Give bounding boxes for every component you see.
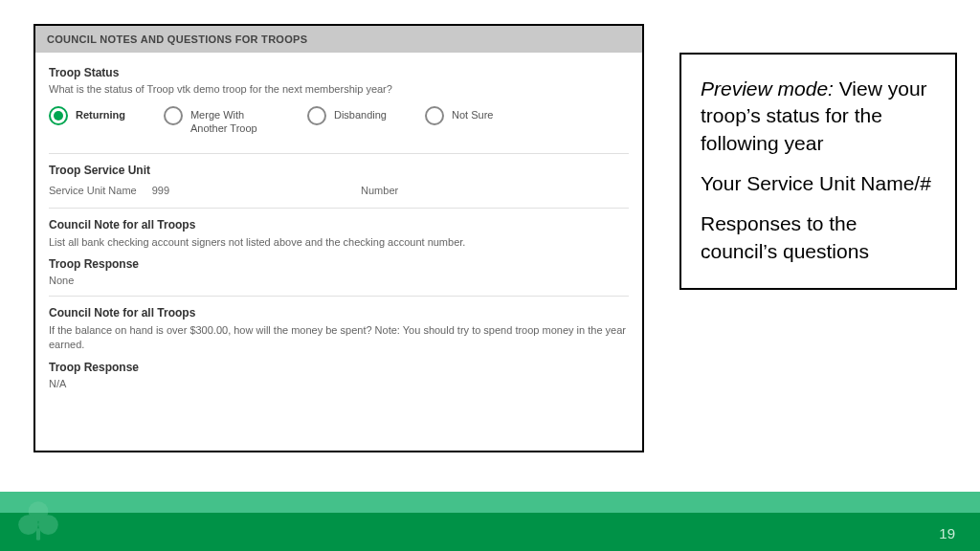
footer-bg bbox=[0, 492, 980, 551]
council-note1-text: List all bank checking account signers n… bbox=[49, 235, 629, 250]
council-note1-label: Council Note for all Troops bbox=[49, 218, 629, 231]
council-note2-label: Council Note for all Troops bbox=[49, 306, 629, 320]
radio-label: Disbanding bbox=[334, 106, 387, 121]
council-notes-panel: COUNCIL NOTES AND QUESTIONS FOR TROOPS T… bbox=[33, 24, 644, 452]
slide-footer: 19 bbox=[0, 492, 980, 551]
panel-header: COUNCIL NOTES AND QUESTIONS FOR TROOPS bbox=[35, 26, 642, 53]
council-note2-text: If the balance on hand is over $300.00, … bbox=[49, 323, 629, 353]
svg-rect-3 bbox=[36, 528, 40, 540]
radio-merge[interactable]: Merge With Another Troop bbox=[164, 106, 269, 136]
radio-disbanding[interactable]: Disbanding bbox=[307, 106, 387, 125]
troop-response2-label: Troop Response bbox=[49, 361, 629, 374]
su-name-label: Service Unit Name bbox=[49, 185, 137, 196]
svg-point-1 bbox=[18, 515, 38, 535]
su-number-label: Number bbox=[361, 185, 398, 196]
service-unit-row: Service Unit Name 999 Number bbox=[49, 185, 629, 196]
trefoil-icon bbox=[13, 497, 63, 547]
divider bbox=[49, 208, 629, 209]
radio-label: Not Sure bbox=[452, 106, 493, 121]
radio-returning[interactable]: Returning bbox=[49, 106, 125, 125]
radio-icon bbox=[49, 106, 68, 125]
radio-notsure[interactable]: Not Sure bbox=[425, 106, 493, 125]
callout-lead: Preview mode: bbox=[701, 77, 839, 99]
divider bbox=[49, 296, 629, 297]
panel-body: Troop Status What is the status of Troop… bbox=[35, 53, 642, 407]
radio-icon bbox=[425, 106, 444, 125]
su-name-value: 999 bbox=[152, 185, 169, 196]
radio-icon bbox=[307, 106, 326, 125]
callout-line3: Responses to the council’s questions bbox=[701, 210, 936, 265]
radio-icon bbox=[164, 106, 183, 125]
divider bbox=[49, 153, 629, 154]
annotation-callout: Preview mode: View your troop’s status f… bbox=[679, 53, 957, 290]
troop-response1-label: Troop Response bbox=[49, 257, 629, 271]
page-number: 19 bbox=[939, 525, 955, 541]
troop-response1-value: None bbox=[49, 275, 629, 286]
callout-line1: Preview mode: View your troop’s status f… bbox=[701, 76, 936, 157]
radio-label: Returning bbox=[76, 106, 125, 121]
radio-label: Merge With Another Troop bbox=[190, 106, 269, 136]
troop-status-label: Troop Status bbox=[49, 66, 629, 79]
troop-status-options: Returning Merge With Another Troop Disba… bbox=[49, 106, 629, 136]
callout-line2: Your Service Unit Name/# bbox=[701, 170, 936, 197]
troop-response2-value: N/A bbox=[49, 378, 629, 389]
svg-point-2 bbox=[38, 515, 58, 535]
troop-status-question: What is the status of Troop vtk demo tro… bbox=[49, 83, 629, 95]
service-unit-label: Troop Service Unit bbox=[49, 164, 629, 177]
